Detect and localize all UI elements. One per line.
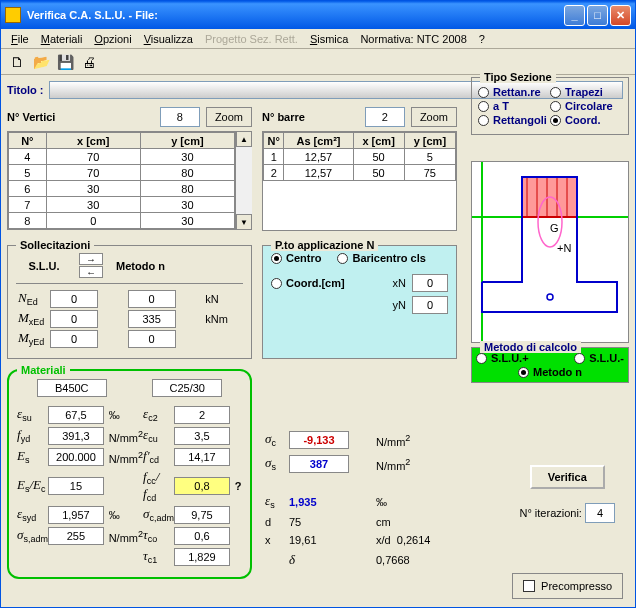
fyd-input[interactable]: 391,3 — [48, 427, 104, 445]
materiali-title: Materiali — [17, 364, 70, 376]
radio-coord[interactable]: Coord.[cm] — [271, 277, 345, 289]
sigma-c-value: -9,133 — [289, 431, 349, 449]
radio-centro[interactable]: Centro — [271, 252, 321, 264]
metodo-calcolo-title: Metodo di calcolo — [480, 341, 581, 353]
sigma-s-value: 387 — [289, 455, 349, 473]
conc-box[interactable]: C25/30 — [152, 379, 222, 397]
table-row: 57080 — [9, 165, 235, 181]
radio-rettanre[interactable]: Rettan.re — [478, 86, 550, 98]
menu-materiali[interactable]: Materiali — [35, 31, 89, 47]
maximize-button[interactable]: □ — [587, 5, 608, 26]
tipo-sezione-title: Tipo Sezione — [480, 71, 556, 83]
window-title: Verifica C.A. S.L.U. - File: — [27, 9, 564, 21]
yN-input[interactable] — [412, 296, 448, 314]
fccfcd-input[interactable]: 0,8 — [174, 477, 230, 495]
menubar: File Materiali Opzioni Visualizza Proget… — [1, 29, 635, 49]
tipo-sezione-box: Tipo Sezione Rettan.re Trapezi a T Circo… — [471, 77, 629, 135]
arrow-left-button[interactable]: ← — [79, 266, 103, 278]
radio-trapezi[interactable]: Trapezi — [550, 86, 622, 98]
menu-visualizza[interactable]: Visualizza — [138, 31, 199, 47]
section-canvas: +N G — [471, 161, 629, 343]
radio-slu-minus[interactable]: S.L.U.- — [574, 352, 624, 364]
steel-box[interactable]: B450C — [37, 379, 107, 397]
x-value: 19,61 — [289, 534, 376, 546]
ecu-input[interactable]: 3,5 — [174, 427, 230, 445]
xd-value: 0,2614 — [397, 534, 431, 546]
d-value: 75 — [289, 516, 376, 528]
vertici-scrollbar[interactable]: ▲ ▼ — [236, 131, 252, 230]
pto-title: P.to applicazione N — [271, 239, 378, 251]
titlebar: Verifica C.A. S.L.U. - File: _ □ ✕ — [1, 1, 635, 29]
delta-value: 0,7668 — [376, 552, 455, 568]
kN-N-input[interactable] — [128, 290, 176, 308]
table-row: 212,575075 — [264, 165, 456, 181]
radio-slu-plus[interactable]: S.L.U.+ — [476, 352, 529, 364]
menu-file[interactable]: File — [5, 31, 35, 47]
n-barre-input[interactable] — [365, 107, 405, 127]
fcd-input[interactable]: 14,17 — [174, 448, 230, 466]
vertici-table: N°x [cm]y [cm] 47030 57080 63080 73030 8… — [8, 132, 235, 229]
tco-input: 0,6 — [174, 527, 230, 545]
NEd-input[interactable] — [50, 290, 98, 308]
n-barre-label: N° barre — [262, 111, 305, 123]
zoom-barre-button[interactable]: Zoom — [411, 107, 457, 127]
svg-text:G: G — [550, 222, 559, 234]
radio-rettangoli[interactable]: Rettangoli — [478, 114, 550, 126]
radio-circolare[interactable]: Circolare — [550, 100, 622, 112]
svg-point-9 — [547, 294, 553, 300]
menu-progetto: Progetto Sez. Rett. — [199, 31, 304, 47]
slu-label: S.L.U. — [16, 260, 72, 272]
scroll-up-icon[interactable]: ▲ — [236, 131, 252, 147]
titolo-label: Titolo : — [7, 84, 43, 96]
n-vertici-input[interactable] — [160, 107, 200, 127]
sollecitazioni-title: Sollecitazioni — [16, 239, 94, 251]
table-row: 73030 — [9, 197, 235, 213]
table-row: 112,57505 — [264, 149, 456, 165]
close-button[interactable]: ✕ — [610, 5, 631, 26]
radio-coord[interactable]: Coord. — [550, 114, 622, 126]
table-row: 47030 — [9, 149, 235, 165]
xN-input[interactable] — [412, 274, 448, 292]
svg-text:+N: +N — [557, 242, 571, 254]
zoom-vertici-button[interactable]: Zoom — [206, 107, 252, 127]
menu-opzioni[interactable]: Opzioni — [88, 31, 137, 47]
ec2-input[interactable]: 2 — [174, 406, 230, 424]
ssadm-input: 255 — [48, 527, 104, 545]
tc1-input: 1,829 — [174, 548, 230, 566]
esyd-input: 1,957 — [48, 506, 104, 524]
menu-help[interactable]: ? — [473, 31, 491, 47]
scadm-input: 9,75 — [174, 506, 230, 524]
eps-s-value: 1,935 — [289, 496, 317, 508]
menu-normativa[interactable]: Normativa: NTC 2008 — [354, 31, 472, 47]
n-vertici-label: N° Vertici — [7, 111, 55, 123]
scroll-down-icon[interactable]: ▼ — [236, 214, 252, 230]
niter-input — [585, 503, 615, 523]
MyEd-input[interactable] — [50, 330, 98, 348]
precompresso-checkbox[interactable]: Precompresso — [523, 580, 612, 592]
MxEd-input[interactable] — [50, 310, 98, 328]
niter-label: N° iterazioni: — [519, 507, 581, 519]
radio-aT[interactable]: a T — [478, 100, 550, 112]
metodon-label: Metodo n — [116, 260, 165, 272]
print-icon[interactable]: 🖨 — [79, 52, 99, 72]
help-icon[interactable]: ? — [235, 480, 242, 492]
table-row: 8030 — [9, 213, 235, 229]
Es-input[interactable]: 200.000 — [48, 448, 104, 466]
arrow-right-button[interactable]: → — [79, 253, 103, 265]
kNm-My-input[interactable] — [128, 330, 176, 348]
radio-baricentro[interactable]: Baricentro cls — [337, 252, 425, 264]
barre-table: N°As [cm²]x [cm]y [cm] 112,57505 212,575… — [263, 132, 456, 181]
new-icon[interactable]: 🗋 — [7, 52, 27, 72]
kNm-M-input[interactable] — [128, 310, 176, 328]
open-icon[interactable]: 📂 — [31, 52, 51, 72]
metodo-calcolo-box: Metodo di calcolo S.L.U.+ S.L.U.- Metodo… — [471, 347, 629, 383]
radio-metodon[interactable]: Metodo n — [518, 366, 582, 378]
app-icon — [5, 7, 21, 23]
minimize-button[interactable]: _ — [564, 5, 585, 26]
save-icon[interactable]: 💾 — [55, 52, 75, 72]
verifica-button[interactable]: Verifica — [530, 465, 605, 489]
EsEc-input[interactable]: 15 — [48, 477, 104, 495]
menu-sismica[interactable]: Sismica — [304, 31, 355, 47]
table-row: 63080 — [9, 181, 235, 197]
esu-input[interactable]: 67,5 — [48, 406, 104, 424]
